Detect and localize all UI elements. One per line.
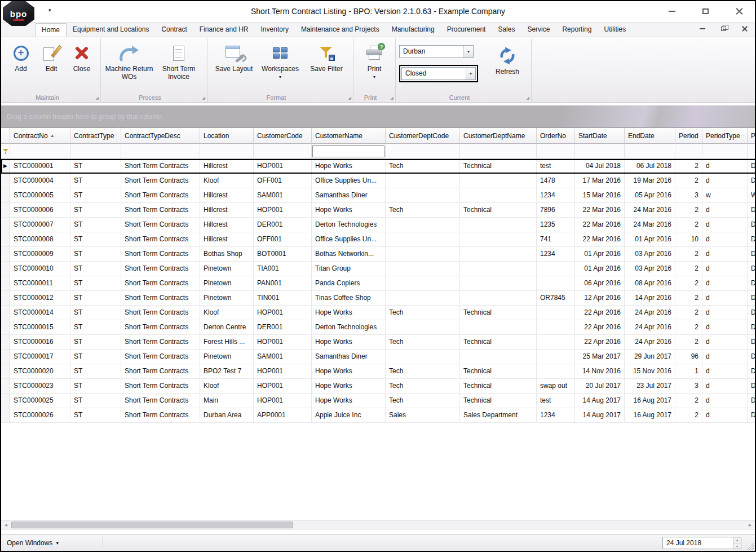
filter-cell-periodtypedesc[interactable] xyxy=(748,144,755,159)
machine-return-wos-button[interactable]: Machine Return WOs xyxy=(104,39,154,81)
table-row[interactable]: STC0000007STShort Term ContractsHillcres… xyxy=(1,218,755,232)
table-row[interactable]: STC0000020STShort Term ContractsBPO2 Tes… xyxy=(1,364,755,379)
table-row[interactable]: STC0000012STShort Term ContractsPinetown… xyxy=(1,291,755,306)
tab-procurement[interactable]: Procurement xyxy=(441,23,492,37)
minimize-button[interactable] xyxy=(669,11,675,12)
filter-row-indicator[interactable] xyxy=(1,144,10,159)
edit-button[interactable]: Edit xyxy=(36,39,67,73)
open-windows-button[interactable]: Open Windows ▾ xyxy=(1,539,64,547)
column-header-period[interactable]: Period xyxy=(675,128,702,144)
column-header-periodtype[interactable]: PeriodType xyxy=(702,128,748,144)
filter-cell-contracttype[interactable] xyxy=(70,144,121,159)
dialog-launcher-icon[interactable]: ◢ xyxy=(527,96,529,100)
cell-customername: Hope Works xyxy=(312,203,386,218)
table-row[interactable]: STC0000016STShort Term ContractsForest H… xyxy=(1,335,755,350)
status-combo[interactable]: Closed ▾ xyxy=(401,67,476,80)
short-term-invoice-button[interactable]: Short Term Invoice xyxy=(154,39,204,81)
table-row[interactable]: STC0000010STShort Term ContractsPinetown… xyxy=(1,262,755,276)
column-header-customername[interactable]: CustomerName xyxy=(312,128,386,144)
mdi-minimize-button[interactable] xyxy=(700,28,705,29)
print-button[interactable]: Print ▾ xyxy=(357,39,392,80)
column-header-startdate[interactable]: StartDate xyxy=(575,128,625,144)
scroll-left-arrow[interactable]: ◄ xyxy=(1,521,11,529)
filter-cell-location[interactable] xyxy=(200,144,254,159)
tab-inventory[interactable]: Inventory xyxy=(255,23,295,37)
table-row[interactable]: STC0000015STShort Term ContractsDerton C… xyxy=(1,320,755,335)
save-filter-button[interactable]: Save Filter xyxy=(303,39,350,73)
column-header-customercode[interactable]: CustomerCode xyxy=(254,128,312,144)
mdi-close-button[interactable] xyxy=(742,26,747,31)
column-header-enddate[interactable]: EndDate xyxy=(625,128,675,144)
tab-home[interactable]: Home xyxy=(35,23,67,37)
table-row[interactable]: STC0000017STShort Term ContractsPinetown… xyxy=(1,350,755,364)
dialog-launcher-icon[interactable]: ◢ xyxy=(391,96,394,100)
column-header-contractno[interactable]: ContractNo▲ xyxy=(10,128,70,144)
table-row[interactable]: STC0000023STShort Term ContractsKloofHOP… xyxy=(1,379,755,394)
table-row[interactable]: STC0000011STShort Term ContractsPinetown… xyxy=(1,276,755,291)
status-combo-dropdown-icon[interactable]: ▾ xyxy=(466,68,475,80)
group-by-panel[interactable]: Drag a column header here to group by th… xyxy=(1,105,755,128)
filter-cell-customerdeptname[interactable] xyxy=(460,144,537,159)
table-row[interactable]: STC0000014STShort Term ContractsKloofHOP… xyxy=(1,306,755,320)
dialog-launcher-icon[interactable]: ◢ xyxy=(202,96,205,100)
table-row[interactable]: STC0000008STShort Term ContractsHillcres… xyxy=(1,232,755,247)
close-window-button[interactable] xyxy=(736,8,742,15)
tab-utilities[interactable]: Utilities xyxy=(598,23,632,37)
filter-cell-periodtype[interactable] xyxy=(702,144,748,159)
tab-reporting[interactable]: Reporting xyxy=(556,23,598,37)
horizontal-scrollbar[interactable]: ◄ ► xyxy=(1,520,755,529)
cell-periodtype: w xyxy=(702,188,748,203)
filter-cell-customername[interactable] xyxy=(312,144,386,159)
column-header-customerdeptcode[interactable]: CustomerDeptCode xyxy=(386,128,460,144)
resize-grip[interactable] xyxy=(746,542,754,550)
spinner-down-button[interactable]: ▾ xyxy=(733,544,741,549)
mdi-restore-button[interactable] xyxy=(721,27,726,31)
table-row[interactable]: STC0000004STShort Term ContractsKloofOFF… xyxy=(1,174,755,188)
table-row[interactable]: ▶STC0000001STShort Term ContractsHillcre… xyxy=(1,159,755,174)
tab-maintenance-and-projects[interactable]: Maintenance and Projects xyxy=(295,23,386,37)
workspaces-button[interactable]: Workspaces ▾ xyxy=(257,39,303,80)
table-row[interactable]: STC0000025STShort Term ContractsMainHOP0… xyxy=(1,394,755,408)
scrollbar-thumb[interactable] xyxy=(11,522,293,528)
filter-cell-startdate[interactable] xyxy=(575,144,625,159)
site-combo-dropdown-icon[interactable]: ▾ xyxy=(463,46,473,58)
column-header-contracttypedesc[interactable]: ContractTypeDesc xyxy=(121,128,200,144)
refresh-button[interactable]: Refresh xyxy=(487,45,528,82)
spinner-up-button[interactable]: ▴ xyxy=(733,537,741,544)
site-combo[interactable]: Durban ▾ xyxy=(399,45,474,58)
close-button[interactable]: Close xyxy=(67,39,97,73)
tab-equipment-and-locations[interactable]: Equipment and Locations xyxy=(67,23,155,37)
tab-sales[interactable]: Sales xyxy=(492,23,521,37)
dialog-launcher-icon[interactable]: ◢ xyxy=(96,96,99,100)
add-button[interactable]: Add xyxy=(6,39,36,73)
tab-contract[interactable]: Contract xyxy=(155,23,193,37)
column-header-location[interactable]: Location xyxy=(200,128,254,144)
scroll-right-arrow[interactable]: ► xyxy=(745,521,755,529)
table-row[interactable]: STC0000009STShort Term ContractsBothas S… xyxy=(1,247,755,262)
filter-cell-period[interactable] xyxy=(675,144,702,159)
dialog-launcher-icon[interactable]: ◢ xyxy=(348,96,351,100)
column-header-periodtypedesc[interactable]: PeriodTypeDesc xyxy=(748,128,755,144)
filter-cell-customerdeptcode[interactable] xyxy=(386,144,460,159)
table-row[interactable]: STC0000005STShort Term ContractsHillcres… xyxy=(1,188,755,203)
table-row[interactable]: STC0000006STShort Term ContractsHillcres… xyxy=(1,203,755,218)
cell-customername: Derton Technologies xyxy=(312,320,386,335)
filter-cell-customercode[interactable] xyxy=(254,144,312,159)
maximize-button[interactable] xyxy=(702,8,709,14)
table-row[interactable]: STC0000026STShort Term ContractsDurban A… xyxy=(1,408,755,423)
column-header-customerdeptname[interactable]: CustomerDeptName xyxy=(460,128,537,144)
save-layout-button[interactable]: Save Layout xyxy=(211,39,257,73)
filter-cell-orderno[interactable] xyxy=(537,144,575,159)
filter-cell-contracttypedesc[interactable] xyxy=(121,144,200,159)
column-header-orderno[interactable]: OrderNo xyxy=(537,128,575,144)
tab-finance-and-hr[interactable]: Finance and HR xyxy=(193,23,255,37)
row-indicator xyxy=(1,188,10,203)
column-header-contracttype[interactable]: ContractType xyxy=(70,128,121,144)
date-field[interactable]: 24 Jul 2018 ▴ ▾ xyxy=(662,537,741,549)
filter-cell-contractno[interactable] xyxy=(10,144,70,159)
cell-enddate: 08 Apr 2016 xyxy=(625,276,675,291)
filter-cell-enddate[interactable] xyxy=(625,144,675,159)
tab-manufacturing[interactable]: Manufacturing xyxy=(386,23,441,37)
tab-service[interactable]: Service xyxy=(521,23,556,37)
customername-filter-input[interactable] xyxy=(312,145,384,157)
